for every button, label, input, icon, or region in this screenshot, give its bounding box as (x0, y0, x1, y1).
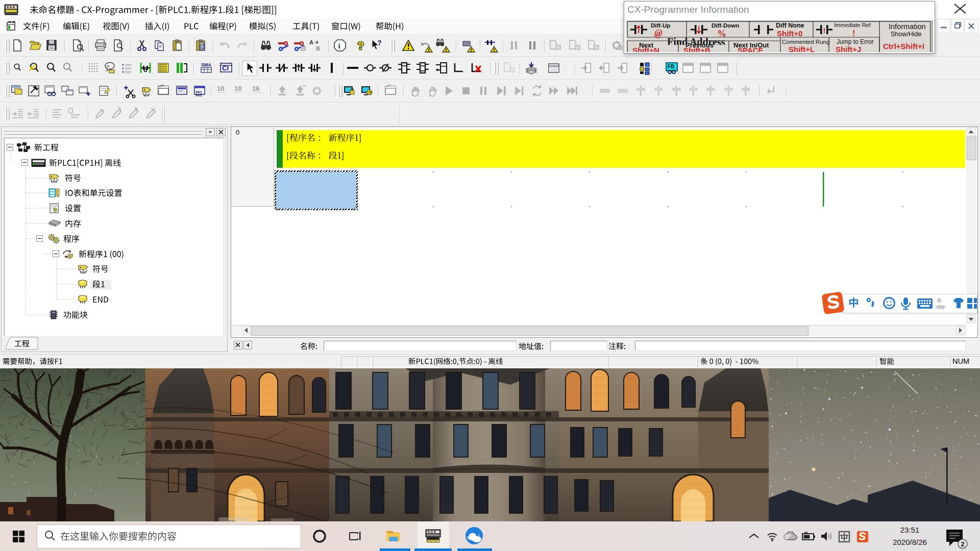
svg-text:7: 7 (942, 306, 945, 311)
svg-text:Commented Rung: Commented Rung (782, 39, 829, 45)
svg-text:Shift+L: Shift+L (789, 45, 815, 52)
svg-text:Jump to Error: Jump to Error (837, 38, 874, 45)
svg-text:Show/Hide: Show/Hide (891, 31, 921, 38)
svg-text:Shift+J: Shift+J (836, 45, 861, 52)
svg-text:SPACE: SPACE (738, 46, 764, 52)
svg-text:Shift+N: Shift+N (632, 46, 659, 52)
svg-text:Immediate Ref: Immediate Ref (834, 22, 871, 28)
svg-text:Shift+B: Shift+B (683, 46, 710, 52)
svg-text:Diff-Down: Diff-Down (712, 22, 739, 29)
svg-text:!: ! (852, 29, 855, 38)
svg-text:Information: Information (889, 22, 926, 31)
svg-text:!: ! (823, 26, 826, 35)
svg-text:Shift+0: Shift+0 (777, 29, 802, 38)
svg-text:Diff None: Diff None (776, 22, 804, 29)
svg-text:Ctrl+Shift+I: Ctrl+Shift+I (883, 42, 924, 51)
svg-text:@: @ (654, 28, 663, 38)
svg-text:2: 2 (961, 540, 965, 548)
